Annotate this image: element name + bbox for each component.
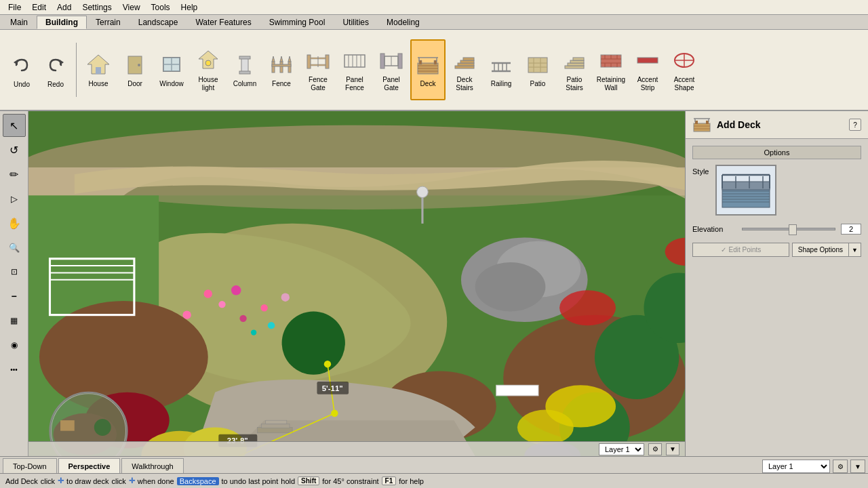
scene-svg: 23'-8" 5'-11" bbox=[28, 111, 685, 456]
menu-edit[interactable]: Edit bbox=[26, 1, 52, 14]
svg-rect-23 bbox=[326, 55, 329, 68]
left-tool-edit[interactable]: ✏ bbox=[3, 163, 26, 186]
accent-shape-label: Accent Shape bbox=[669, 76, 700, 92]
svg-point-132 bbox=[94, 419, 111, 436]
menu-settings[interactable]: Settings bbox=[77, 1, 117, 14]
left-tool-texture[interactable]: ▦ bbox=[3, 309, 26, 332]
tool-patio-stairs[interactable]: Patio Stairs bbox=[557, 39, 592, 100]
left-tool-zoom-fit[interactable]: ⊡ bbox=[3, 260, 26, 283]
left-tool-object[interactable]: ◉ bbox=[3, 333, 26, 357]
svg-rect-61 bbox=[568, 63, 584, 66]
deck-stairs-label: Deck Stairs bbox=[449, 76, 480, 92]
backspace-key: Backspace bbox=[177, 477, 219, 485]
tool-house-light[interactable]: House light bbox=[191, 39, 226, 100]
left-tool-undo-rotate[interactable]: ↺ bbox=[3, 138, 26, 161]
shape-options-button[interactable]: Shape Options bbox=[793, 243, 848, 256]
svg-rect-17 bbox=[288, 62, 291, 73]
svg-point-96 bbox=[517, 410, 574, 445]
tool-railing[interactable]: Railing bbox=[484, 39, 519, 100]
svg-point-100 bbox=[231, 285, 241, 296]
tool-column[interactable]: Column bbox=[227, 39, 262, 100]
tab-landscape[interactable]: Landscape bbox=[130, 16, 187, 29]
f1-key: F1 bbox=[382, 476, 397, 485]
tool-deck[interactable]: Deck bbox=[410, 39, 446, 100]
layer-config-btn[interactable]: ⚙ bbox=[833, 460, 848, 473]
cursor1-icon: ✛ bbox=[58, 476, 64, 485]
menu-tools[interactable]: Tools bbox=[146, 1, 176, 14]
undo-icon bbox=[9, 52, 35, 78]
tool-door[interactable]: Door bbox=[117, 39, 153, 100]
tool-accent-shape[interactable]: Accent Shape bbox=[667, 39, 702, 100]
layer-expand-btn[interactable]: ▼ bbox=[666, 443, 679, 455]
layer-expand-btn2[interactable]: ▼ bbox=[850, 460, 865, 473]
tool-patio[interactable]: Patio bbox=[520, 39, 555, 100]
tool-retaining-wall[interactable]: Retaining Wall bbox=[593, 39, 629, 100]
redo-button[interactable]: Redo bbox=[39, 39, 72, 100]
menu-help[interactable]: Help bbox=[176, 1, 203, 14]
accent-strip-icon bbox=[635, 47, 660, 73]
tool-panel-fence[interactable]: Panel Fence bbox=[337, 39, 372, 100]
elevation-label: Elevation bbox=[692, 225, 736, 233]
svg-rect-9 bbox=[163, 58, 180, 71]
svg-rect-27 bbox=[344, 55, 365, 67]
left-tool-pan[interactable]: ✋ bbox=[3, 211, 26, 235]
bottom-tab-walkthrough[interactable]: Walkthrough bbox=[121, 458, 183, 473]
status-part3: click bbox=[111, 477, 125, 485]
elevation-thumb[interactable] bbox=[789, 224, 797, 235]
undo-button[interactable]: Undo bbox=[5, 39, 38, 100]
left-tool-select[interactable]: ↖ bbox=[3, 114, 26, 137]
left-tool-eraser[interactable]: ▷ bbox=[3, 187, 26, 210]
tool-deck-stairs[interactable]: Deck Stairs bbox=[447, 39, 482, 100]
window-label: Window bbox=[159, 80, 184, 88]
elevation-value[interactable]: 2 bbox=[841, 224, 861, 235]
layer-select[interactable]: Layer 1 bbox=[599, 443, 644, 455]
tool-house[interactable]: House bbox=[81, 39, 116, 100]
svg-rect-15 bbox=[272, 62, 275, 73]
left-tool-zoom-out[interactable]: − bbox=[3, 285, 26, 308]
tab-modeling[interactable]: Modeling bbox=[378, 16, 429, 29]
tab-main[interactable]: Main bbox=[1, 16, 37, 29]
tab-utilities[interactable]: Utilities bbox=[334, 16, 378, 29]
tab-terrain[interactable]: Terrain bbox=[87, 16, 130, 29]
svg-rect-32 bbox=[380, 54, 384, 68]
svg-rect-47 bbox=[460, 60, 474, 63]
redo-icon bbox=[43, 52, 68, 78]
style-preview-button[interactable] bbox=[715, 165, 776, 216]
svg-rect-21 bbox=[272, 64, 291, 66]
svg-rect-46 bbox=[458, 63, 474, 66]
canvas-area[interactable]: 23'-8" 5'-11" Layer 1 ⚙ ▼ bbox=[28, 111, 685, 456]
tool-panel-gate[interactable]: Panel Gate bbox=[374, 39, 409, 100]
tool-accent-strip[interactable]: Accent Strip bbox=[630, 39, 665, 100]
left-tool-more[interactable]: ••• bbox=[3, 358, 26, 381]
help-button[interactable]: ? bbox=[849, 119, 861, 131]
svg-rect-73 bbox=[637, 58, 658, 63]
bottom-tab-top-down[interactable]: Top-Down bbox=[3, 458, 57, 473]
tool-window[interactable]: Window bbox=[154, 39, 189, 100]
bottom-tab-perspective[interactable]: Perspective bbox=[58, 458, 121, 473]
tool-fence[interactable]: Fence bbox=[264, 39, 299, 100]
left-tool-zoom-in[interactable]: 🔍 bbox=[3, 236, 26, 259]
layer-dropdown[interactable]: Layer 1 bbox=[762, 460, 830, 473]
redo-label: Redo bbox=[47, 81, 64, 88]
tool-fence-gate[interactable]: Fence Gate bbox=[300, 39, 336, 100]
edit-points-button[interactable]: ✓ Edit Points bbox=[692, 243, 789, 257]
shape-options-dropdown-btn[interactable]: ▼ bbox=[848, 243, 861, 256]
menu-file[interactable]: File bbox=[3, 1, 26, 14]
tab-building[interactable]: Building bbox=[37, 16, 87, 29]
patio-stairs-icon bbox=[561, 47, 587, 73]
menu-add[interactable]: Add bbox=[52, 1, 77, 14]
fence-icon bbox=[269, 52, 294, 77]
status-part1: click bbox=[41, 477, 55, 485]
svg-marker-18 bbox=[272, 56, 275, 62]
layer-settings-btn[interactable]: ⚙ bbox=[648, 443, 662, 455]
elevation-slider[interactable] bbox=[742, 228, 835, 230]
tab-water-features[interactable]: Water Features bbox=[186, 16, 260, 29]
tab-bar: Main Building Terrain Landscape Water Fe… bbox=[0, 15, 868, 30]
tab-swimming-pool[interactable]: Swimming Pool bbox=[260, 16, 334, 29]
bottom-area: Top-Down Perspective Walkthrough Layer 1… bbox=[0, 456, 868, 488]
svg-point-102 bbox=[281, 293, 290, 301]
menu-view[interactable]: View bbox=[117, 1, 146, 14]
svg-rect-22 bbox=[307, 55, 311, 68]
shape-options-container: Shape Options ▼ bbox=[792, 243, 861, 257]
status-part7: for help bbox=[399, 477, 424, 485]
